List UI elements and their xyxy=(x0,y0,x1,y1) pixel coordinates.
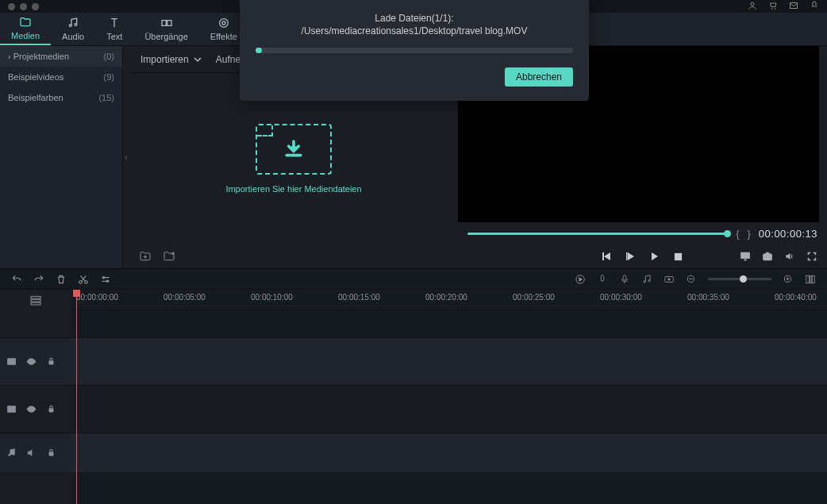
sidebar-item-sample-videos[interactable]: Beispielvideos (9) xyxy=(0,67,122,87)
timeline-track-video-1[interactable] xyxy=(71,337,827,385)
svg-point-22 xyxy=(106,280,108,282)
timeline-track-video-2[interactable] xyxy=(71,385,827,433)
playhead[interactable] xyxy=(76,290,77,504)
track-manager-icon[interactable] xyxy=(29,294,42,306)
svg-rect-42 xyxy=(49,408,53,412)
tab-media[interactable]: Medien xyxy=(0,13,51,45)
svg-point-0 xyxy=(751,2,754,6)
tab-text[interactable]: Text xyxy=(95,13,133,45)
stop-icon[interactable] xyxy=(674,252,683,261)
timeline-track-audio[interactable] xyxy=(71,433,827,472)
timecode: 00:00:00:13 xyxy=(759,228,817,240)
tab-audio[interactable]: Audio xyxy=(51,13,95,45)
mark-out-icon[interactable]: } xyxy=(747,228,750,240)
play-icon[interactable] xyxy=(626,252,636,261)
settings-icon[interactable] xyxy=(100,274,111,285)
svg-rect-16 xyxy=(741,252,750,258)
sidebar-item-project-media[interactable]: › Projektmedien (0) xyxy=(0,46,122,67)
svg-rect-33 xyxy=(812,275,814,283)
svg-rect-14 xyxy=(626,252,628,260)
play-forward-icon[interactable] xyxy=(650,252,660,261)
panel-splitter[interactable]: ‹ xyxy=(123,46,129,268)
audio-mixer-icon[interactable] xyxy=(641,274,652,285)
svg-rect-32 xyxy=(810,275,811,283)
track-head-video-1[interactable] xyxy=(0,337,71,385)
svg-point-44 xyxy=(13,453,14,455)
svg-rect-6 xyxy=(162,21,166,26)
svg-rect-24 xyxy=(623,275,626,279)
sidebar-item-sample-colors[interactable]: Beispielfarben (15) xyxy=(0,87,122,108)
import-dropdown[interactable]: Importieren xyxy=(140,54,202,65)
svg-point-9 xyxy=(220,19,229,28)
fullscreen-icon[interactable] xyxy=(806,251,817,262)
timeline-ruler[interactable]: 00:00:00:00 00:00:05:00 00:00:10:00 00:0… xyxy=(71,290,827,310)
svg-rect-36 xyxy=(31,302,40,305)
zoom-out-icon[interactable] xyxy=(686,274,697,285)
svg-point-43 xyxy=(9,454,10,456)
marker-icon[interactable] xyxy=(597,274,608,285)
zoom-slider[interactable] xyxy=(708,278,771,280)
volume-icon[interactable] xyxy=(784,251,795,262)
svg-rect-34 xyxy=(31,296,40,298)
loading-modal: Lade Dateien(1/1): /Users/mediacreations… xyxy=(240,0,589,101)
redo-icon[interactable] xyxy=(33,274,44,285)
snapshot-icon[interactable] xyxy=(762,251,773,262)
svg-rect-39 xyxy=(49,360,53,364)
monitor-icon[interactable] xyxy=(740,251,751,262)
svg-rect-31 xyxy=(806,275,810,283)
track-head-audio[interactable] xyxy=(0,433,71,472)
undo-icon[interactable] xyxy=(11,274,22,285)
preview-progress[interactable] xyxy=(467,233,728,235)
drop-hint: Importieren Sie hier Mediendateien xyxy=(225,184,361,194)
svg-point-4 xyxy=(69,25,71,27)
timeline-view-icon[interactable] xyxy=(805,274,816,285)
svg-rect-37 xyxy=(8,359,16,365)
svg-point-21 xyxy=(103,276,105,278)
voiceover-icon[interactable] xyxy=(619,274,630,285)
svg-point-8 xyxy=(222,21,225,25)
tab-transitions[interactable]: Übergänge xyxy=(133,13,198,45)
render-icon[interactable] xyxy=(575,274,586,285)
svg-rect-45 xyxy=(49,452,53,456)
delete-icon[interactable] xyxy=(56,274,67,285)
folder-expand-icon[interactable] xyxy=(163,250,175,263)
svg-point-2 xyxy=(775,8,775,9)
svg-rect-40 xyxy=(8,406,16,413)
modal-progress xyxy=(256,48,573,53)
media-sidebar: › Projektmedien (0) Beispielvideos (9) B… xyxy=(0,46,123,268)
svg-point-1 xyxy=(771,8,772,9)
track-head-video-2[interactable] xyxy=(0,385,71,433)
svg-point-28 xyxy=(668,278,670,279)
cut-icon[interactable] xyxy=(78,274,89,285)
new-folder-icon[interactable] xyxy=(139,250,152,263)
notification-icon[interactable] xyxy=(810,1,819,13)
cart-icon[interactable] xyxy=(768,1,778,13)
svg-point-25 xyxy=(644,280,645,282)
svg-rect-35 xyxy=(31,299,40,302)
modal-title: Lade Dateien(1/1): xyxy=(256,13,573,24)
mark-in-icon[interactable]: { xyxy=(736,228,739,240)
svg-rect-15 xyxy=(675,252,682,260)
window-controls[interactable] xyxy=(8,3,39,10)
user-icon[interactable] xyxy=(748,1,757,13)
modal-path: /Users/mediacreationsales1/Desktop/trave… xyxy=(256,25,573,37)
keyframe-icon[interactable] xyxy=(664,274,675,285)
svg-point-26 xyxy=(648,279,650,281)
zoom-in-icon[interactable] xyxy=(783,274,794,285)
mail-icon[interactable] xyxy=(789,1,798,13)
prev-frame-icon[interactable] xyxy=(602,252,612,261)
svg-rect-13 xyxy=(602,252,604,260)
svg-point-18 xyxy=(766,256,769,259)
cancel-button[interactable]: Abbrechen xyxy=(505,67,573,87)
svg-rect-7 xyxy=(167,21,171,26)
svg-point-5 xyxy=(75,24,77,26)
